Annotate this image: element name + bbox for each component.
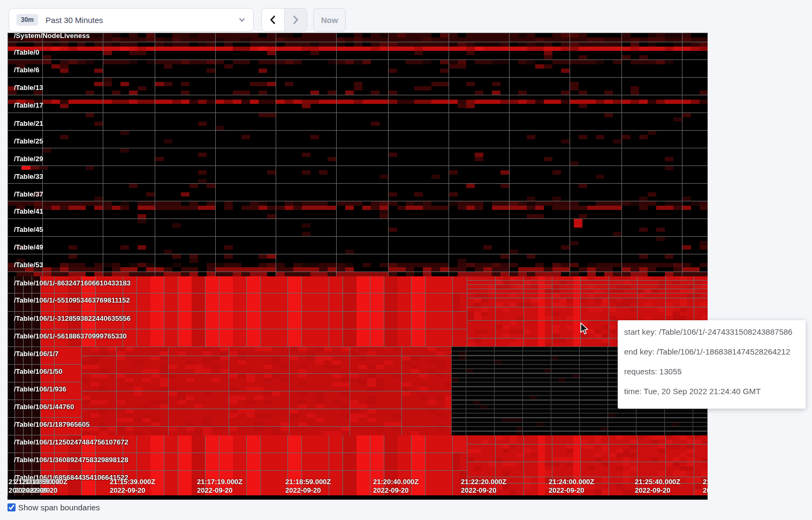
hover-tooltip: start key: /Table/106/1/-247433150824388… bbox=[618, 320, 806, 409]
key-visualizer[interactable]: /System/NodeLiveness/Table/0/Table/6/Tab… bbox=[7, 33, 708, 500]
show-span-boundaries-label: Show span boundaries bbox=[18, 503, 100, 512]
time-window-badge: 30m bbox=[17, 14, 38, 26]
chevron-down-icon bbox=[238, 16, 246, 24]
tooltip-requests: requests: 13055 bbox=[624, 367, 799, 376]
chevron-right-icon bbox=[291, 15, 300, 25]
forward-arrow-button[interactable] bbox=[285, 9, 307, 31]
heatmap-canvas[interactable] bbox=[7, 33, 708, 500]
time-window-label: Past 30 Minutes bbox=[45, 16, 238, 25]
tooltip-start-key: start key: /Table/106/1/-247433150824388… bbox=[624, 327, 799, 336]
tooltip-end-key: end key: /Table/106/1/-18683814745282642… bbox=[624, 347, 799, 356]
tooltip-time: time: Tue, 20 Sep 2022 21:24:40 GMT bbox=[624, 387, 799, 396]
back-arrow-button[interactable] bbox=[262, 9, 285, 31]
now-button[interactable]: Now bbox=[313, 8, 346, 32]
time-window-dropdown[interactable]: 30m Past 30 Minutes bbox=[9, 8, 254, 32]
show-span-boundaries-control[interactable]: Show span boundaries bbox=[7, 503, 100, 512]
time-nav-group bbox=[261, 8, 307, 32]
chevron-left-icon bbox=[268, 15, 278, 25]
show-span-boundaries-checkbox[interactable] bbox=[7, 503, 16, 511]
